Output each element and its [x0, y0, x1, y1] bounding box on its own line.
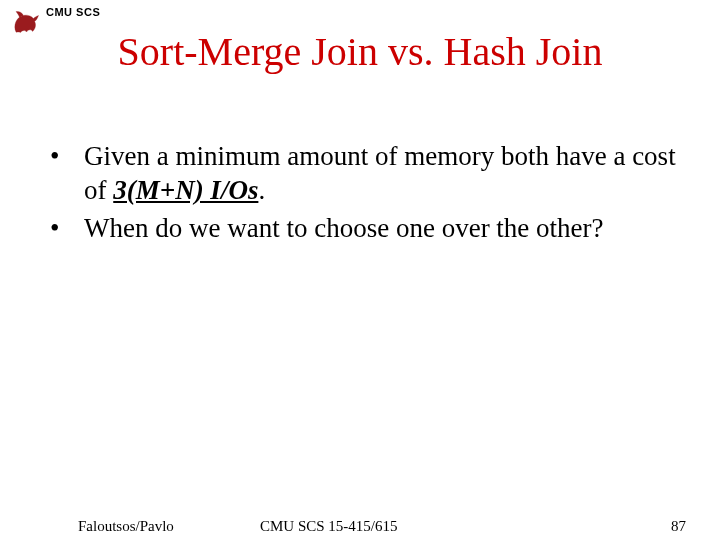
slide-title: Sort-Merge Join vs. Hash Join: [0, 28, 720, 75]
bullet-dot-icon: •: [48, 212, 84, 246]
bullet-emph: 3(M+N) I/Os: [113, 175, 258, 205]
slide-body: • Given a minimum amount of memory both …: [48, 140, 680, 249]
slide: CMU SCS Sort-Merge Join vs. Hash Join • …: [0, 0, 720, 540]
bullet-dot-icon: •: [48, 140, 84, 174]
footer-course: CMU SCS 15-415/615: [260, 518, 398, 535]
footer-page-number: 87: [671, 518, 686, 535]
bullet-pre: When do we want to choose one over the o…: [84, 213, 604, 243]
bullet-post: .: [258, 175, 265, 205]
bullet-item: • Given a minimum amount of memory both …: [48, 140, 680, 208]
bullet-item: • When do we want to choose one over the…: [48, 212, 680, 246]
bullet-text: Given a minimum amount of memory both ha…: [84, 140, 680, 208]
dept-label: CMU SCS: [46, 6, 100, 18]
footer-authors: Faloutsos/Pavlo: [78, 518, 174, 535]
bullet-text: When do we want to choose one over the o…: [84, 212, 680, 246]
